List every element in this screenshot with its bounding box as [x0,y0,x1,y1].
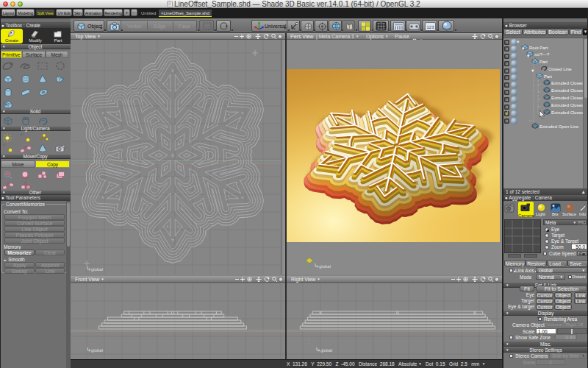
svg-text:123: 123 [426,25,434,29]
